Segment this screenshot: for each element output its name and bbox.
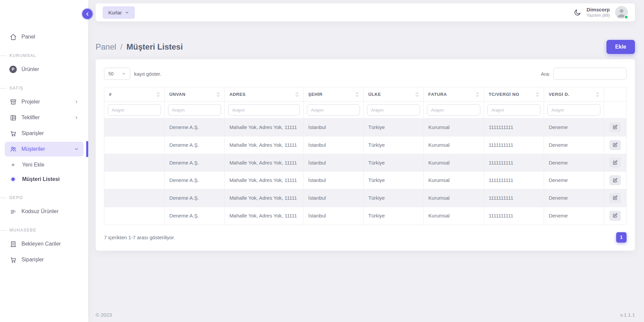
- sort-icons: [157, 92, 160, 97]
- sidebar-subitem-label: Yeni Ekle: [22, 162, 44, 168]
- search-label: Ara:: [541, 71, 550, 77]
- user-info[interactable]: Dimscorp Yazılım (89): [587, 7, 610, 18]
- bullet-icon: [9, 164, 17, 166]
- sort-icons: [217, 92, 220, 97]
- sidebar-item-label: Müşteriler: [21, 146, 45, 152]
- sort-icons: [416, 92, 419, 97]
- cell-ulke: Türkiye: [364, 207, 424, 224]
- sidebar-item-musteriler[interactable]: Müşteriler: [5, 142, 84, 156]
- cart-icon: [9, 130, 17, 137]
- edit-pencil-icon: [612, 213, 618, 218]
- cell-vergi-d: Deneme: [544, 172, 604, 189]
- cell-adres: Mahalle Yok, Adres Yok, 11111: [224, 172, 303, 189]
- filter-input-unvan[interactable]: [168, 104, 221, 116]
- table-row: Deneme A.Ş. Mahalle Yok, Adres Yok, 1111…: [104, 154, 627, 172]
- kurlar-dropdown-button[interactable]: Kurlar: [103, 6, 135, 19]
- filter-input-adres[interactable]: [228, 104, 300, 116]
- cell-adres: Mahalle Yok, Adres Yok, 11111: [224, 119, 303, 136]
- edit-pencil-icon: [612, 142, 618, 147]
- home-icon: [9, 33, 17, 41]
- breadcrumb-panel-link[interactable]: Panel: [96, 42, 116, 52]
- cart-icon: [9, 256, 17, 263]
- sidebar-subitem-yeni-ekle[interactable]: Yeni Ekle: [5, 157, 84, 172]
- column-header-ulke[interactable]: ÜLKE: [364, 87, 424, 102]
- avatar[interactable]: [615, 6, 628, 19]
- column-header-adres[interactable]: ADRES: [224, 87, 303, 102]
- edit-pencil-icon: [612, 125, 618, 130]
- edit-row-button[interactable]: [609, 157, 621, 168]
- table-body: Deneme A.Ş. Mahalle Yok, Adres Yok, 1111…: [104, 119, 627, 225]
- table-row: Deneme A.Ş. Mahalle Yok, Adres Yok, 1111…: [104, 189, 627, 207]
- column-header-fatura[interactable]: FATURA: [424, 87, 484, 102]
- sidebar-item-bekleyen-cariler[interactable]: Bekleyen Cariler: [5, 237, 84, 251]
- filter-input-fatura[interactable]: [427, 104, 480, 116]
- column-header-num[interactable]: #: [104, 87, 165, 102]
- cell-unvan: Deneme A.Ş.: [164, 119, 224, 136]
- version-text: v.1.1.1: [620, 312, 635, 318]
- edit-row-button[interactable]: [609, 122, 621, 132]
- cell-num: [104, 172, 165, 189]
- list-lines-icon: [9, 208, 17, 215]
- sidebar-item-siparisler-muhasebe[interactable]: Siparişler: [5, 252, 84, 267]
- cell-vergi-d: Deneme: [544, 154, 604, 172]
- sidebar-item-panel[interactable]: Panel: [5, 29, 84, 44]
- sidebar-section-muhasebe: MUHASEBE: [5, 228, 84, 233]
- building-icon: [9, 240, 17, 248]
- p-badge-icon: P: [9, 66, 17, 73]
- add-button[interactable]: Ekle: [606, 40, 635, 54]
- sidebar-item-label: Projeler: [21, 99, 40, 105]
- column-header-actions: [604, 87, 626, 102]
- edit-row-button[interactable]: [609, 175, 621, 185]
- filter-input-vergi-d[interactable]: [547, 104, 600, 116]
- pagination-page-1[interactable]: 1: [616, 232, 627, 243]
- cell-fatura: Kurumsal: [424, 207, 484, 224]
- page-length-select[interactable]: 50: [104, 68, 130, 80]
- sidebar-item-urunler[interactable]: P Ürünler: [5, 62, 84, 77]
- edit-pencil-icon: [612, 195, 618, 200]
- top-navbar: Kurlar Dimscorp Yazılım (89): [96, 3, 635, 21]
- cell-num: [104, 189, 165, 207]
- edit-row-button[interactable]: [609, 193, 621, 203]
- column-header-vergi-d[interactable]: VERGİ D.: [544, 87, 604, 102]
- column-header-unvan[interactable]: ÜNVAN: [164, 87, 224, 102]
- search-input[interactable]: [553, 68, 627, 80]
- sort-icons: [356, 92, 359, 97]
- breadcrumb: Panel / Müşteri Listesi: [96, 42, 183, 52]
- sidebar-collapse-button[interactable]: [82, 9, 93, 19]
- cell-tc-vergi-no: 1111111111: [484, 172, 544, 189]
- column-header-tc-vergi-no[interactable]: TC/VERGİ NO: [484, 87, 544, 102]
- user-name: Dimscorp: [587, 7, 610, 13]
- sidebar-item-projeler[interactable]: Projeler: [5, 94, 84, 109]
- sort-icons: [596, 92, 599, 97]
- filter-input-num[interactable]: [108, 104, 161, 116]
- filter-input-tc-vergi-no[interactable]: [487, 104, 540, 116]
- cell-unvan: Deneme A.Ş.: [164, 154, 224, 172]
- main-content: Kurlar Dimscorp Yazılım (89) Panel: [88, 0, 644, 322]
- cell-adres: Mahalle Yok, Adres Yok, 11111: [224, 207, 303, 224]
- online-status-dot: [624, 15, 628, 19]
- sidebar-item-label: Kodsuz Ürünler: [21, 208, 58, 214]
- sidebar-item-kodsuz-urunler[interactable]: Kodsuz Ürünler: [5, 204, 84, 219]
- table-header-row: # ÜNVAN ADRES ŞEHİR ÜLKE FATURA TC/VERGİ…: [104, 87, 627, 102]
- cell-unvan: Deneme A.Ş.: [164, 172, 224, 189]
- cell-fatura: Kurumsal: [424, 119, 484, 136]
- sidebar-subitem-musteri-listesi[interactable]: Müşteri Listesi: [5, 172, 84, 186]
- cell-sehir: İstanbul: [303, 189, 363, 207]
- cell-vergi-d: Deneme: [544, 189, 604, 207]
- filter-input-sehir[interactable]: [307, 104, 360, 116]
- dark-mode-toggle[interactable]: [574, 9, 581, 16]
- cell-num: [104, 154, 165, 172]
- chevron-down-icon: [122, 72, 126, 76]
- sidebar-item-teklifler[interactable]: Teklifler: [5, 110, 84, 125]
- filter-input-ulke[interactable]: [367, 104, 420, 116]
- edit-row-button[interactable]: [609, 140, 621, 150]
- sidebar-item-siparisler[interactable]: Siparişler: [5, 126, 84, 141]
- cell-num: [104, 207, 165, 224]
- edit-row-button[interactable]: [609, 211, 621, 221]
- cell-fatura: Kurumsal: [424, 136, 484, 154]
- breadcrumb-separator: /: [120, 42, 122, 52]
- cell-vergi-d: Deneme: [544, 119, 604, 136]
- column-header-sehir[interactable]: ŞEHİR: [303, 87, 363, 102]
- chevron-down-icon: [125, 10, 129, 15]
- sidebar-section-label: KURUMSAL: [9, 53, 36, 58]
